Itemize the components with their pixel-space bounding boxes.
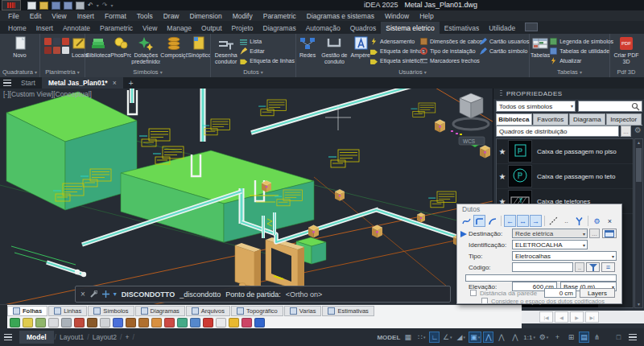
wcs-control[interactable]: WCS [459,137,485,145]
dimensoes-cabos-button[interactable]: Dimensões de cabos [420,37,480,46]
group-label-planimetria[interactable]: Planimetria ▾ [40,68,85,77]
panel-grip-icon[interactable] [500,90,502,97]
menu-view[interactable]: View [52,12,66,20]
dock-icon[interactable] [113,318,123,327]
tipo-dropdown[interactable]: Eletrocalhas▾ [512,251,617,261]
slope-icon[interactable] [547,215,559,227]
marcadores-trechos-button[interactable]: Marcadores trechos [420,56,480,65]
planimetria-icon[interactable] [62,47,69,54]
tab-diagrama[interactable]: Diagrama [569,113,605,125]
close-tab-icon[interactable]: × [113,79,117,87]
dock-icon[interactable] [87,318,97,327]
doc-tabs-menu-icon[interactable] [0,77,14,89]
list-item[interactable]: ★ Caixa de passagem no teto [497,164,633,189]
cartao-usuarios-button[interactable]: Cartão usuarios [480,37,528,46]
destinacao-dropdown[interactable]: Rede elétrica▾ [512,229,588,238]
nav-next-button[interactable]: ▶ [570,311,584,323]
identificacao-dropdown[interactable]: ELETROCALHA▾ [512,240,588,249]
codigo-input[interactable] [512,262,573,272]
layers-button[interactable]: Layers [580,288,615,298]
ribbon-tab-estimativas[interactable]: Estimativas [440,22,484,34]
dock-icon[interactable] [164,318,175,327]
ribbon-tab-annotate[interactable]: Annotate [58,22,95,34]
group-label-dutos[interactable]: Dutos ▾ [211,68,295,77]
dock-icon[interactable] [138,318,149,327]
tab-biblioteca[interactable]: Biblioteca [496,113,532,125]
menu-format[interactable]: Format [105,12,126,20]
undo-icon[interactable]: ↶ [88,2,93,9]
composicoes-button[interactable]: Composições [160,35,188,64]
menu-edit[interactable]: Edit [30,12,42,20]
command-line[interactable]: × ▾ DISCONDOTTO _discondotto Ponto de pa… [75,286,451,303]
workspace-toggle[interactable]: ⊞ [565,332,577,343]
ortho-toggle[interactable]: ∟ [429,332,440,343]
layout2-tab[interactable]: Layout2 [93,333,117,341]
tipo-instalacao-button[interactable]: Tipo de instalação [420,47,480,56]
dock-tab-simbolos[interactable]: Símbolos [88,306,134,316]
nav-first-button[interactable]: |◀ [539,311,553,323]
ribbon-collapse-icon[interactable] [525,23,538,31]
dock-icon[interactable] [23,318,33,327]
align-right-icon[interactable]: → [530,215,542,227]
ribbon-tab-manage[interactable]: Manage [162,22,196,34]
ribbon-tab-insert[interactable]: Insert [31,22,58,34]
command-crosshair-icon[interactable] [101,290,110,299]
ribbon-tab-quadros[interactable]: Quadros [345,22,382,34]
etiqueta-sintetico-button[interactable]: Etiqueta sintético [370,56,420,65]
add-status-button[interactable]: + [551,332,564,343]
dock-icon[interactable] [48,318,59,327]
dock-tab-varias[interactable]: Varias [284,306,322,316]
list-scrollbar[interactable]: ▲ ▼ [634,138,643,308]
redes-button[interactable]: Redes [297,35,318,64]
dock-icon[interactable] [35,318,46,327]
dotacoes-predefinidos-button[interactable]: Dotações predefinidos [131,35,160,64]
favorite-star-icon[interactable]: ★ [497,147,508,156]
filter-toggle[interactable]: ⋔ [591,332,603,343]
ribbon-tab-utilidade[interactable]: Utilidade [484,22,520,34]
considere-checkbox[interactable] [481,298,488,304]
ribbon-tab-view[interactable]: View [138,22,162,34]
novo-button[interactable]: Novo [2,35,38,64]
tab-favoritos[interactable]: Favoritos [533,113,569,125]
ribbon-tab-sistema-eletrico[interactable]: Sistema eletrico [381,22,439,34]
distancia-input[interactable]: 0 cm [544,288,576,298]
scale-indicator[interactable]: 1:1▾ [522,332,536,343]
destinacao-browse-button[interactable]: … [589,229,600,238]
qat-caret-icon[interactable]: ▾ [110,2,113,8]
app-logo-icon[interactable] [2,0,21,10]
dock-icon[interactable] [126,318,136,327]
ribbon-tab-home[interactable]: Home [3,22,31,34]
isodraft-toggle[interactable]: ◢▾ [455,332,467,343]
drawing-canvas[interactable]: [-][Custom View][Conceptual] [0,89,493,304]
ribbon-tab-parametric[interactable]: Parametric [95,22,138,34]
menu-parametric[interactable]: Parametric [263,12,296,20]
tab-active-document[interactable]: Metal Jas_Plan01*× [42,77,123,89]
tabelas-button[interactable]: Tabelas [530,35,550,64]
planimetria-icon[interactable] [44,47,52,54]
close-command-icon[interactable]: × [76,290,89,299]
group-label-tabelas[interactable]: Tabelas ▾ [530,68,609,77]
list-item[interactable]: ★ Caixa de passagem no piso [497,139,633,164]
tab-start[interactable]: Start [14,77,42,89]
adensamento-button[interactable]: Adensamento [370,37,420,46]
new-file-icon[interactable] [27,2,36,10]
settings-gear-toggle[interactable]: ⚙▾ [538,332,550,343]
dock-tab-folhas[interactable]: Folhas [7,306,47,316]
ribbon-tab-automacao[interactable]: Automação [301,22,345,34]
codigo-browse-button[interactable]: .. [575,262,584,272]
customize-status-icon[interactable] [626,334,639,341]
cabinet-panel[interactable] [235,243,261,290]
etiqueta-de-linhas-button[interactable]: Etiqueta de linhas [240,56,295,65]
distancia-checkbox[interactable] [470,290,477,296]
legenda-simbolos-button[interactable]: Legenda de símbolos [550,37,613,46]
fork-icon[interactable] [573,215,585,227]
layout1-tab[interactable]: Layout1 [60,333,84,341]
menu-help[interactable]: Help [419,12,433,20]
clean-screen-toggle[interactable]: □ [613,332,625,343]
dock-icon[interactable] [229,318,239,327]
dock-icon[interactable] [203,318,213,327]
etiqueta-linhas-button[interactable]: Etiqueta de linhas [370,47,420,56]
gestao-conduto-button[interactable]: Gestão de conduto elétrico [318,35,350,64]
new-tab-button[interactable]: + [123,77,139,89]
dock-tab-estimativas[interactable]: Estimativas [322,306,374,316]
